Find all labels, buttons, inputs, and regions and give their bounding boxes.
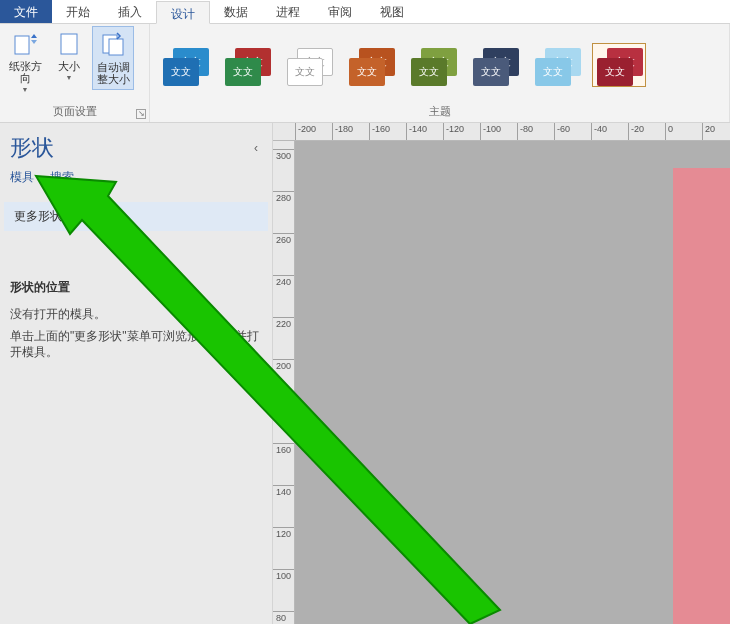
tab-design[interactable]: 设计 bbox=[156, 1, 210, 24]
theme-thumb[interactable]: 文文文文 bbox=[530, 43, 584, 87]
more-shapes-button[interactable]: 更多形状 bbox=[4, 202, 268, 231]
theme-thumb[interactable]: 文文文文 bbox=[158, 43, 212, 87]
theme-thumb[interactable]: 文文文文 bbox=[406, 43, 460, 87]
dialog-launcher-icon[interactable]: ↘ bbox=[136, 109, 146, 119]
theme-thumb[interactable]: 文文文文 bbox=[468, 43, 522, 87]
stencil-tab[interactable]: 模具 bbox=[10, 169, 34, 186]
svg-rect-0 bbox=[15, 36, 29, 54]
workarea: 形状 ‹ 模具 搜索 更多形状 形状的位置 没有打开的模具。 单击上面的"更多形… bbox=[0, 123, 730, 624]
theme-thumb[interactable]: 文文文文 bbox=[282, 43, 336, 87]
shapes-pane-body: 形状的位置 没有打开的模具。 单击上面的"更多形状"菜单可浏览形状类别并打开模具… bbox=[0, 241, 272, 376]
no-stencil-text: 没有打开的模具。 bbox=[10, 306, 262, 322]
shapes-pane: 形状 ‹ 模具 搜索 更多形状 形状的位置 没有打开的模具。 单击上面的"更多形… bbox=[0, 123, 273, 624]
shapes-location-heading: 形状的位置 bbox=[10, 279, 262, 296]
tab-review[interactable]: 审阅 bbox=[314, 0, 366, 23]
theme-thumb[interactable]: 文文文文 bbox=[344, 43, 398, 87]
autosize-icon bbox=[99, 31, 127, 59]
tab-file[interactable]: 文件 bbox=[0, 0, 52, 23]
page[interactable] bbox=[673, 168, 730, 624]
themes-gallery[interactable]: 文文文文文文文文文文文文文文文文文文文文文文文文文文文文文文文文 bbox=[150, 24, 729, 102]
group-label-themes: 主题 bbox=[150, 102, 729, 122]
autosize-button[interactable]: 自动调整大小 bbox=[92, 26, 134, 90]
tab-insert[interactable]: 插入 bbox=[104, 0, 156, 23]
theme-thumb[interactable]: 文文文文 bbox=[592, 43, 646, 87]
orientation-button[interactable]: 纸张方向 ▼ bbox=[4, 26, 46, 97]
shapes-pane-title: 形状 bbox=[10, 133, 54, 163]
chevron-down-icon: ▼ bbox=[22, 86, 29, 93]
tab-data[interactable]: 数据 bbox=[210, 0, 262, 23]
theme-thumb[interactable]: 文文文文 bbox=[220, 43, 274, 87]
group-label-page-setup: 页面设置 ↘ bbox=[0, 102, 149, 122]
size-button[interactable]: 大小 ▼ bbox=[48, 26, 90, 85]
orientation-icon bbox=[11, 30, 39, 58]
drawing-canvas[interactable]: -200-180-160-140-120-100-80-60-40-200204… bbox=[273, 123, 730, 624]
size-icon bbox=[55, 30, 83, 58]
ribbon: 纸张方向 ▼ 大小 ▼ 自动调整大小 页面设置 ↘ 文文文文文文文文文文文 bbox=[0, 24, 730, 123]
horizontal-ruler: -200-180-160-140-120-100-80-60-40-200204… bbox=[273, 123, 730, 141]
collapse-pane-icon[interactable]: ‹ bbox=[250, 137, 262, 159]
stencil-hint-text: 单击上面的"更多形状"菜单可浏览形状类别并打开模具。 bbox=[10, 328, 262, 360]
tab-home[interactable]: 开始 bbox=[52, 0, 104, 23]
group-page-setup: 纸张方向 ▼ 大小 ▼ 自动调整大小 页面设置 ↘ bbox=[0, 24, 150, 122]
vertical-ruler: 30028026024022020018016014012010080 bbox=[273, 141, 295, 624]
svg-rect-1 bbox=[61, 34, 77, 54]
tab-process[interactable]: 进程 bbox=[262, 0, 314, 23]
search-tab[interactable]: 搜索 bbox=[50, 169, 74, 186]
ribbon-tabs: 文件 开始 插入 设计 数据 进程 审阅 视图 bbox=[0, 0, 730, 24]
group-themes: 文文文文文文文文文文文文文文文文文文文文文文文文文文文文文文文文 主题 bbox=[150, 24, 730, 122]
tab-view[interactable]: 视图 bbox=[366, 0, 418, 23]
svg-rect-3 bbox=[109, 39, 123, 55]
chevron-down-icon: ▼ bbox=[66, 74, 73, 81]
